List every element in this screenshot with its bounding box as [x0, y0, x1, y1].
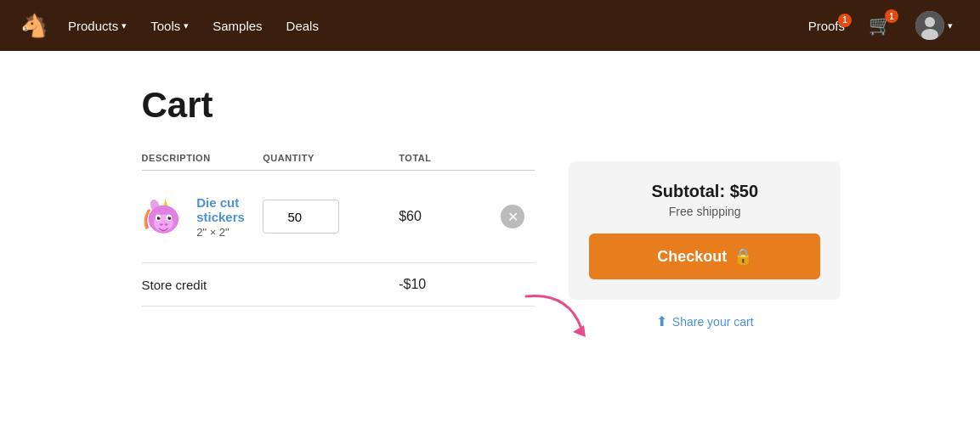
- nav-right: Proofs 1 🛒 1 ▾: [802, 6, 960, 45]
- summary-box: Subtotal: $50 Free shipping Checkout 🔒: [569, 161, 841, 300]
- svg-point-9: [158, 217, 159, 217]
- tools-chevron-icon: ▾: [184, 20, 189, 31]
- user-chevron-icon: ▾: [948, 20, 953, 31]
- quantity-header: QUANTITY: [263, 153, 399, 163]
- product-info: Die cut stickers 2" × 2": [142, 186, 263, 247]
- total-header: TOTAL: [399, 153, 501, 163]
- svg-point-8: [156, 217, 160, 220]
- nav-samples-label: Samples: [212, 19, 262, 33]
- svg-point-15: [165, 200, 167, 202]
- nav-products[interactable]: Products ▾: [58, 12, 137, 40]
- nav-deals-label: Deals: [286, 19, 319, 33]
- svg-point-12: [169, 217, 170, 217]
- nav-tools[interactable]: Tools ▾: [140, 12, 199, 40]
- shipping-text: Free shipping: [589, 205, 820, 218]
- checkout-label: Checkout: [657, 248, 727, 266]
- product-thumbnail: [142, 186, 185, 247]
- cart-badge: 1: [885, 9, 898, 23]
- product-details: Die cut stickers 2" × 2": [196, 195, 263, 239]
- store-credit-row: Store credit -$10: [142, 263, 535, 307]
- remove-item-button[interactable]: ✕: [501, 205, 524, 228]
- navigation: 🐴 Products ▾ Tools ▾ Samples Deals Proof…: [0, 0, 980, 51]
- svg-point-11: [167, 217, 171, 220]
- checkout-button[interactable]: Checkout 🔒: [589, 234, 820, 279]
- order-summary-sidebar: Subtotal: $50 Free shipping Checkout 🔒 ⬆…: [569, 85, 841, 329]
- nav-items: Products ▾ Tools ▾ Samples Deals: [58, 12, 802, 40]
- cart-button[interactable]: 🛒 1: [862, 9, 898, 42]
- store-credit-label: Store credit: [142, 278, 263, 292]
- quantity-cell: [263, 200, 399, 234]
- user-menu[interactable]: ▾: [909, 6, 960, 45]
- proofs-badge: 1: [838, 14, 852, 27]
- subtotal-text: Subtotal: $50: [589, 182, 820, 201]
- share-icon: ⬆: [656, 313, 667, 329]
- nav-samples[interactable]: Samples: [202, 12, 272, 40]
- products-chevron-icon: ▾: [122, 20, 127, 31]
- proofs-button[interactable]: Proofs 1: [802, 14, 852, 38]
- cart-table-headers: DESCRIPTION QUANTITY TOTAL: [142, 153, 535, 171]
- page-title: Cart: [142, 85, 535, 126]
- avatar: [915, 11, 944, 40]
- product-name[interactable]: Die cut stickers: [196, 195, 263, 224]
- lock-icon: 🔒: [734, 247, 752, 266]
- svg-point-1: [925, 17, 935, 27]
- nav-tools-label: Tools: [150, 19, 180, 33]
- share-label: Share your cart: [672, 315, 754, 329]
- svg-point-14: [164, 223, 167, 226]
- share-cart-link[interactable]: ⬆ Share your cart: [656, 313, 754, 329]
- nav-logo: 🐴: [20, 13, 48, 39]
- quantity-input[interactable]: [263, 200, 339, 234]
- svg-marker-16: [573, 325, 586, 337]
- nav-deals[interactable]: Deals: [276, 12, 329, 40]
- description-header: DESCRIPTION: [142, 153, 263, 163]
- cart-item-row: Die cut stickers 2" × 2" $60 ✕: [142, 171, 535, 263]
- nav-products-label: Products: [68, 19, 118, 33]
- product-size: 2" × 2": [196, 226, 263, 239]
- item-price: $60: [399, 209, 501, 224]
- store-credit-amount: -$10: [399, 277, 501, 292]
- share-area: ⬆ Share your cart: [569, 313, 841, 329]
- page-content: Cart DESCRIPTION QUANTITY TOTAL: [108, 51, 873, 380]
- cart-section: Cart DESCRIPTION QUANTITY TOTAL: [142, 85, 535, 329]
- svg-point-13: [159, 223, 162, 226]
